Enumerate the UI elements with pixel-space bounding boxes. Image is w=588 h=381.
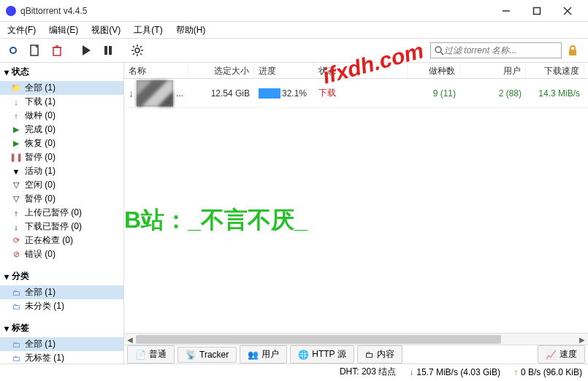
add-link-button[interactable] bbox=[3, 40, 23, 61]
cell-seeds: 9 (11) bbox=[408, 87, 460, 100]
sidebar-status-up-paused[interactable]: ↑上传已暂停 (0) bbox=[0, 206, 123, 220]
tab-peers[interactable]: 👥用户 bbox=[240, 345, 287, 363]
col-size[interactable]: 选定大小 bbox=[188, 63, 254, 78]
svg-rect-1 bbox=[534, 7, 541, 14]
search-input[interactable] bbox=[444, 45, 558, 55]
filter-icon: ▽ bbox=[12, 181, 20, 190]
download-arrow-icon: ↓ bbox=[409, 367, 413, 377]
check-icon: ▶ bbox=[12, 126, 20, 134]
status-download[interactable]: ↓ 15.7 MiB/s (4.03 GiB) bbox=[409, 367, 500, 377]
search-box[interactable] bbox=[430, 42, 562, 58]
sidebar-status-seeding[interactable]: ↑做种 (0) bbox=[0, 109, 123, 123]
sidebar-status-errored[interactable]: ⊘错误 (0) bbox=[0, 247, 123, 261]
settings-button[interactable] bbox=[127, 40, 148, 61]
filter-icon: ▼ bbox=[12, 167, 20, 176]
sidebar-section-categories[interactable]: ▾ 分类 bbox=[0, 267, 123, 285]
horizontal-scrollbar[interactable]: ◀ ▶ bbox=[124, 333, 588, 345]
checking-icon: ⟳ bbox=[12, 236, 20, 245]
sidebar-section-status[interactable]: ▾ 状态 bbox=[0, 63, 123, 81]
pause-icon: ❚❚ bbox=[12, 153, 20, 162]
sidebar-status-paused[interactable]: ❚❚暂停 (0) bbox=[0, 150, 123, 164]
svg-rect-10 bbox=[109, 46, 112, 55]
search-icon bbox=[434, 45, 444, 55]
folder-icon: 🗀 bbox=[12, 302, 20, 311]
app-icon bbox=[6, 6, 16, 16]
svg-rect-9 bbox=[104, 46, 107, 55]
menu-help[interactable]: 帮助(H) bbox=[173, 23, 209, 38]
menu-edit[interactable]: 编辑(E) bbox=[46, 23, 81, 38]
col-seeds[interactable]: 做种数 bbox=[408, 63, 460, 78]
close-button[interactable] bbox=[559, 2, 576, 20]
upload-arrow-icon: ↑ bbox=[513, 367, 518, 377]
tab-speed[interactable]: 📈速度 bbox=[538, 345, 585, 363]
progress-bar bbox=[259, 88, 280, 99]
details-tabbar: 📄普通 📡Tracker 👥用户 🌐HTTP 源 🗀内容 📈速度 bbox=[124, 345, 588, 363]
sidebar-status-all[interactable]: 📁全部 (1) bbox=[0, 81, 123, 95]
sidebar-status-stalled[interactable]: ▽暂停 (0) bbox=[0, 192, 123, 206]
tab-http[interactable]: 🌐HTTP 源 bbox=[290, 345, 354, 363]
sidebar[interactable]: ▾ 状态 📁全部 (1) ↓下载 (1) ↑做种 (0) ▶完成 (0) ▶恢复… bbox=[0, 63, 124, 363]
filter-icon: ▽ bbox=[12, 195, 20, 204]
sidebar-status-completed[interactable]: ▶完成 (0) bbox=[0, 123, 123, 136]
tab-content[interactable]: 🗀内容 bbox=[357, 345, 402, 363]
scroll-right-icon[interactable]: ▶ bbox=[576, 334, 588, 345]
torrent-table-header: 名称 选定大小 进度 状态 做种数 用户 下载速度 bbox=[124, 63, 588, 79]
menu-tools[interactable]: 工具(T) bbox=[131, 23, 165, 38]
main-split: ▾ 状态 📁全部 (1) ↓下载 (1) ↑做种 (0) ▶完成 (0) ▶恢复… bbox=[0, 63, 588, 363]
scroll-thumb[interactable] bbox=[136, 335, 501, 344]
sidebar-status-checking[interactable]: ⟳正在检查 (0) bbox=[0, 234, 123, 247]
status-upload[interactable]: ↑ 0 B/s (96.0 KiB) bbox=[513, 367, 582, 377]
folder-icon: 🗀 bbox=[365, 350, 374, 360]
folder-icon: 🗀 bbox=[12, 340, 20, 349]
add-file-button[interactable] bbox=[25, 40, 45, 61]
menu-view[interactable]: 视图(V) bbox=[88, 23, 123, 38]
svg-line-18 bbox=[133, 53, 134, 55]
chevron-down-icon: ▾ bbox=[4, 323, 9, 334]
status-dht[interactable]: DHT: 203 结点 bbox=[340, 366, 396, 378]
play-icon: ▶ bbox=[12, 139, 20, 148]
cell-progress: 32.1% bbox=[254, 87, 314, 100]
sidebar-status-resumed[interactable]: ▶恢复 (0) bbox=[0, 136, 123, 150]
doc-icon: 📄 bbox=[135, 350, 146, 360]
tab-general[interactable]: 📄普通 bbox=[127, 345, 175, 363]
tab-tracker[interactable]: 📡Tracker bbox=[177, 347, 237, 363]
delete-button[interactable] bbox=[47, 40, 67, 61]
download-icon: ↓ bbox=[12, 98, 20, 107]
svg-marker-8 bbox=[83, 45, 91, 55]
cell-name: ↓ ... bbox=[124, 79, 188, 108]
cell-size: 12.54 GiB bbox=[188, 87, 254, 100]
sidebar-status-active[interactable]: ▼活动 (1) bbox=[0, 164, 123, 178]
sidebar-status-downloading[interactable]: ↓下载 (1) bbox=[0, 95, 123, 109]
start-button[interactable] bbox=[76, 40, 96, 61]
download-paused-icon: ↓ bbox=[12, 223, 20, 231]
minimize-button[interactable] bbox=[497, 2, 515, 20]
lock-button[interactable] bbox=[565, 42, 581, 58]
sidebar-status-dl-paused[interactable]: ↓下载已暂停 (0) bbox=[0, 220, 123, 234]
torrent-row[interactable]: ↓ ... 12.54 GiB 32.1% 下载 9 (11) 2 (88) 1… bbox=[124, 79, 588, 108]
chevron-down-icon: ▾ bbox=[4, 67, 9, 77]
sidebar-tag-all[interactable]: 🗀全部 (1) bbox=[0, 337, 123, 351]
maximize-button[interactable] bbox=[528, 2, 546, 20]
sidebar-section-tags[interactable]: ▾ 标签 bbox=[0, 319, 123, 337]
downloading-icon: ↓ bbox=[129, 88, 134, 99]
statusbar: DHT: 203 结点 ↓ 15.7 MiB/s (4.03 GiB) ↑ 0 … bbox=[0, 363, 588, 380]
col-peers[interactable]: 用户 bbox=[460, 63, 526, 78]
peers-icon: 👥 bbox=[248, 350, 259, 360]
col-status[interactable]: 状态 bbox=[314, 63, 408, 78]
col-speed[interactable]: 下载速度 bbox=[526, 63, 584, 78]
content-area: 名称 选定大小 进度 状态 做种数 用户 下载速度 ↓ ... 12.54 Gi… bbox=[124, 63, 588, 363]
col-name[interactable]: 名称 bbox=[124, 63, 188, 78]
svg-point-11 bbox=[135, 48, 140, 53]
sidebar-cat-uncat[interactable]: 🗀未分类 (1) bbox=[0, 299, 123, 313]
folder-icon: 📁 bbox=[12, 84, 20, 93]
sidebar-cat-all[interactable]: 🗀全部 (1) bbox=[0, 285, 123, 299]
error-icon: ⊘ bbox=[12, 250, 20, 259]
torrent-thumbnail bbox=[137, 80, 173, 107]
sidebar-tag-untag[interactable]: 🗀无标签 (1) bbox=[0, 351, 123, 363]
pause-button[interactable] bbox=[98, 40, 118, 61]
menu-file[interactable]: 文件(F) bbox=[4, 23, 39, 38]
menubar: 文件(F) 编辑(E) 视图(V) 工具(T) 帮助(H) bbox=[0, 22, 588, 38]
col-progress[interactable]: 进度 bbox=[254, 63, 314, 78]
sidebar-status-inactive[interactable]: ▽空闲 (0) bbox=[0, 178, 123, 192]
scroll-left-icon[interactable]: ◀ bbox=[124, 334, 136, 345]
